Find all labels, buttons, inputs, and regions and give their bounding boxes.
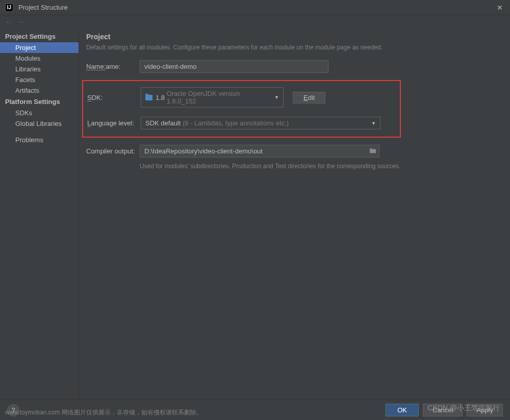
- sidebar-item-global-libraries[interactable]: Global Libraries: [0, 118, 79, 129]
- sidebar-heading-platform-settings: Platform Settings: [0, 96, 79, 108]
- sidebar-item-modules[interactable]: Modules: [0, 53, 79, 64]
- sidebar-item-facets[interactable]: Facets: [0, 74, 79, 85]
- language-level-value: SDK default: [145, 119, 181, 127]
- sidebar: Project Settings Project Modules Librari…: [0, 29, 79, 400]
- language-level-dropdown[interactable]: SDK default (8 - Lambdas, type annotatio…: [141, 117, 380, 129]
- highlight-box: SDK: 1.8 Oracle OpenJDK version 1.8.0_15…: [82, 80, 401, 138]
- edit-button[interactable]: Edit: [293, 92, 325, 103]
- browse-folder-icon[interactable]: [369, 147, 376, 155]
- sdk-label: SDK:: [87, 94, 141, 101]
- compiler-output-input[interactable]: [140, 145, 379, 158]
- chevron-down-icon: ▼: [274, 95, 279, 100]
- language-level-label: Language level:: [87, 119, 141, 127]
- ok-button[interactable]: OK: [386, 404, 419, 416]
- compiler-output-label: Compiler output:: [86, 147, 140, 155]
- sidebar-heading-project-settings: Project Settings: [0, 31, 79, 42]
- sdk-dropdown[interactable]: 1.8 Oracle OpenJDK version 1.8.0_152 ▼: [141, 87, 284, 108]
- compiler-output-wrap: [140, 145, 379, 158]
- sdk-folder-icon: [145, 95, 152, 100]
- language-level-detail: (8 - Lambdas, type annotations etc.): [183, 119, 289, 127]
- sidebar-item-project[interactable]: Project: [0, 42, 79, 53]
- close-icon[interactable]: ✕: [495, 4, 505, 12]
- name-label: Name:ame:: [86, 63, 140, 70]
- page-description: Default settings for all modules. Config…: [86, 44, 500, 51]
- compiler-output-help: Used for modules' subdirectories, Produc…: [140, 163, 500, 170]
- sidebar-item-libraries[interactable]: Libraries: [0, 64, 79, 74]
- sidebar-item-problems[interactable]: Problems: [0, 129, 79, 145]
- nav-row: ← →: [0, 15, 510, 29]
- chevron-down-icon: ▼: [371, 121, 376, 126]
- row-sdk: SDK: 1.8 Oracle OpenJDK version 1.8.0_15…: [83, 87, 400, 108]
- sdk-version: 1.8: [156, 94, 165, 101]
- sidebar-item-artifacts[interactable]: Artifacts: [0, 85, 79, 96]
- sdk-detail: Oracle OpenJDK version 1.8.0_152: [167, 90, 271, 105]
- apply-button[interactable]: Apply: [467, 404, 503, 416]
- cancel-button[interactable]: Cancel: [423, 404, 463, 416]
- row-compiler-output: Compiler output:: [86, 145, 500, 158]
- bottom-caption: www.toymoban.com 网络图片仅供展示，非存储，如有侵权请联系删除。: [5, 408, 202, 417]
- row-name: Name:ame:: [86, 60, 500, 73]
- content-panel: Project Default settings for all modules…: [79, 29, 510, 400]
- window-title: Project Structure: [18, 4, 68, 11]
- app-icon: IJ: [5, 4, 13, 12]
- nav-forward-icon[interactable]: →: [17, 18, 24, 26]
- title-bar: IJ Project Structure ✕: [0, 0, 510, 15]
- page-title: Project: [86, 33, 500, 41]
- nav-back-icon[interactable]: ←: [5, 18, 12, 26]
- row-language-level: Language level: SDK default (8 - Lambdas…: [83, 117, 400, 129]
- name-input[interactable]: [140, 60, 328, 73]
- sidebar-item-sdks[interactable]: SDKs: [0, 108, 79, 118]
